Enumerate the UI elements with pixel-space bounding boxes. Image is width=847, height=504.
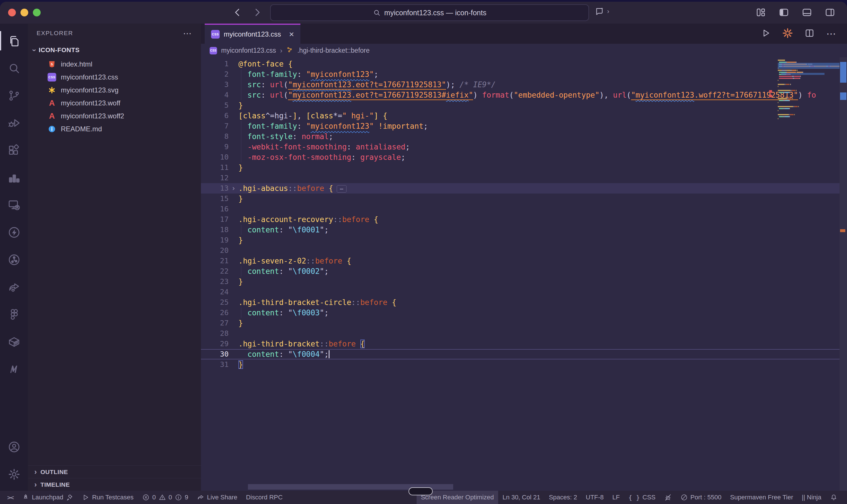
customize-layout-icon[interactable] [755, 7, 766, 19]
section-outline[interactable]: ›OUTLINE [28, 465, 201, 478]
code-line-8[interactable]: 8 font-style: normal; [201, 131, 840, 142]
command-center-search[interactable]: myiconfont123.css — icon-fonts [270, 4, 589, 21]
extensions-icon[interactable] [0, 137, 28, 164]
file-item-myiconfont123.svg[interactable]: myiconfont123.svg [28, 84, 201, 96]
code-line-30[interactable]: 30 content: "\f0004"; [201, 349, 840, 359]
file-item-myiconfont123.css[interactable]: CSSmyiconfont123.css [28, 71, 201, 84]
fold-chevron-icon[interactable]: › [229, 183, 238, 194]
code-line-23[interactable]: 23} [201, 276, 840, 287]
run-debug-icon[interactable] [0, 109, 28, 137]
font-file-icon: A [48, 112, 56, 120]
bar-chart-icon[interactable] [0, 164, 28, 191]
code-line-20[interactable]: 20 [201, 245, 840, 256]
account-icon[interactable] [0, 433, 28, 461]
code-line-18[interactable]: 18 content: "\f0001"; [201, 224, 840, 235]
code-line-19[interactable]: 19} [201, 235, 840, 245]
status-item--ninja[interactable]: || Ninja [797, 491, 826, 504]
toggle-sidebar-right-icon[interactable] [825, 7, 835, 19]
status-item-spaces-2[interactable]: Spaces: 2 [544, 491, 582, 504]
code-line-2[interactable]: 2 font-family: "myiconfont123"; [201, 69, 840, 79]
settings-icon[interactable] [0, 461, 28, 488]
editor-more-actions-icon[interactable]: ⋯ [826, 28, 836, 39]
supermaven-icon[interactable] [0, 355, 28, 383]
code-line-29[interactable]: 29.hgi-third-bracket::before { [201, 339, 840, 349]
file-item-README.md[interactable]: README.md [28, 122, 201, 136]
status-item-ln-30-col-21[interactable]: Ln 30, Col 21 [498, 491, 544, 504]
code-line-12[interactable]: 12 [201, 173, 840, 183]
code-line-22[interactable]: 22 content: "\f0002"; [201, 266, 840, 276]
folder-icon-fonts[interactable]: › ICON-FONTS [28, 43, 201, 58]
status-item-port-5500[interactable]: Port : 5500 [676, 491, 726, 504]
explorer-more-actions-icon[interactable]: ⋯ [183, 28, 192, 38]
close-window-button[interactable] [8, 8, 16, 16]
tab-myiconfont123-css[interactable]: CSS myiconfont123.css × [205, 24, 300, 44]
project-circle-icon[interactable] [0, 246, 28, 273]
code-line-25[interactable]: 25.hgi-third-bracket-circle::before { [201, 297, 840, 308]
toggle-sidebar-left-icon[interactable] [778, 7, 789, 19]
close-tab-icon[interactable]: × [289, 29, 294, 39]
search-icon[interactable] [0, 54, 28, 82]
code-line-27[interactable]: 27} [201, 318, 840, 328]
line-number: 4 [201, 90, 229, 100]
code-line-4[interactable]: 4 src: url("myiconfont123.eot?t=17667119… [201, 90, 840, 100]
code-line-21[interactable]: 21.hgi-seven-z-02::before { [201, 256, 840, 266]
code-line-28[interactable]: 28 [201, 328, 840, 339]
run-file-icon[interactable] [761, 28, 771, 39]
code-line-1[interactable]: 1@font-face { [201, 59, 840, 69]
forward-icon[interactable] [252, 7, 262, 19]
code-line-6[interactable]: 6[class^=hgi-], [class*=" hgi-"] { [201, 111, 840, 121]
status-item-lf[interactable]: LF [608, 491, 624, 504]
code-line-17[interactable]: 17.hgi-account-recovery::before { [201, 214, 840, 224]
status-item-run-testcases[interactable]: Run Testcases [77, 491, 138, 504]
code-line-13[interactable]: 13›.hgi-abacus::before {⋯ [201, 183, 840, 194]
code-line-11[interactable]: 11} [201, 162, 840, 173]
status-item-bug-off[interactable] [660, 491, 676, 504]
code-line-9[interactable]: 9 -webkit-font-smoothing: antialiased; [201, 142, 840, 152]
status-item-live-share[interactable]: Live Share [193, 491, 242, 504]
source-control-icon[interactable] [0, 82, 28, 109]
code-line-16[interactable]: 16 [201, 204, 840, 214]
toggle-panel-icon[interactable] [801, 7, 812, 19]
live-share-icon[interactable] [0, 273, 28, 301]
code-line-3[interactable]: 3 src: url("myiconfont123.eot?t=17667119… [201, 79, 840, 90]
breadcrumb-symbol[interactable]: .hgi-third-bracket::before [297, 47, 369, 54]
status-item-bell[interactable] [826, 491, 842, 504]
explorer-icon[interactable] [0, 27, 28, 54]
file-item-myiconfont123.woff[interactable]: Amyiconfont123.woff [28, 96, 201, 109]
split-editor-icon[interactable] [804, 28, 815, 39]
file-item-index.html[interactable]: 5index.html [28, 58, 201, 71]
code-editor[interactable]: 1@font-face {2 font-family: "myiconfont1… [201, 57, 847, 491]
gutter-space [229, 204, 238, 214]
status-item-launchpad[interactable]: Launchpad [18, 491, 78, 504]
thunder-icon[interactable] [0, 219, 28, 246]
code-line-24[interactable]: 24 [201, 287, 840, 297]
line-number: 15 [201, 194, 229, 204]
status-item-supermaven-free-tier[interactable]: Supermaven Free Tier [726, 491, 797, 504]
code-line-31[interactable]: 31} [201, 359, 840, 370]
remote-monitor-icon[interactable] [0, 191, 28, 219]
back-icon[interactable] [232, 7, 243, 19]
section-timeline[interactable]: ›TIMELINE [28, 478, 201, 491]
status-item-remote-window[interactable]: >< [3, 491, 18, 504]
status-item-discord-rpc[interactable]: Discord RPC [242, 491, 287, 504]
minimize-window-button[interactable] [20, 8, 28, 16]
css-file-icon: CSS [48, 73, 56, 82]
container-icon[interactable] [0, 328, 28, 355]
file-item-myiconfont123.woff2[interactable]: Amyiconfont123.woff2 [28, 109, 201, 122]
status-item-0[interactable]: 009 [138, 491, 193, 504]
status-item-css[interactable]: { }CSS [624, 491, 660, 504]
code-line-10[interactable]: 10 -moz-osx-font-smoothing: grayscale; [201, 152, 840, 162]
code-line-26[interactable]: 26 content: "\f0003"; [201, 308, 840, 318]
copilot-chat-button[interactable]: › [594, 6, 609, 17]
line-number: 22 [201, 266, 229, 276]
status-label: Screen Reader Optimized [421, 493, 494, 501]
status-item-utf-8[interactable]: UTF-8 [582, 491, 608, 504]
zoom-window-button[interactable] [33, 8, 41, 16]
code-line-7[interactable]: 7 font-family: "myiconfont123" !importan… [201, 121, 840, 131]
figma-icon[interactable] [0, 301, 28, 328]
code-line-15[interactable]: 15} [201, 194, 840, 204]
breadcrumb-file[interactable]: myiconfont123.css [221, 47, 276, 54]
minimap[interactable] [778, 59, 840, 120]
code-line-5[interactable]: 5} [201, 100, 840, 111]
sparkle-starburst-icon[interactable] [782, 28, 793, 39]
